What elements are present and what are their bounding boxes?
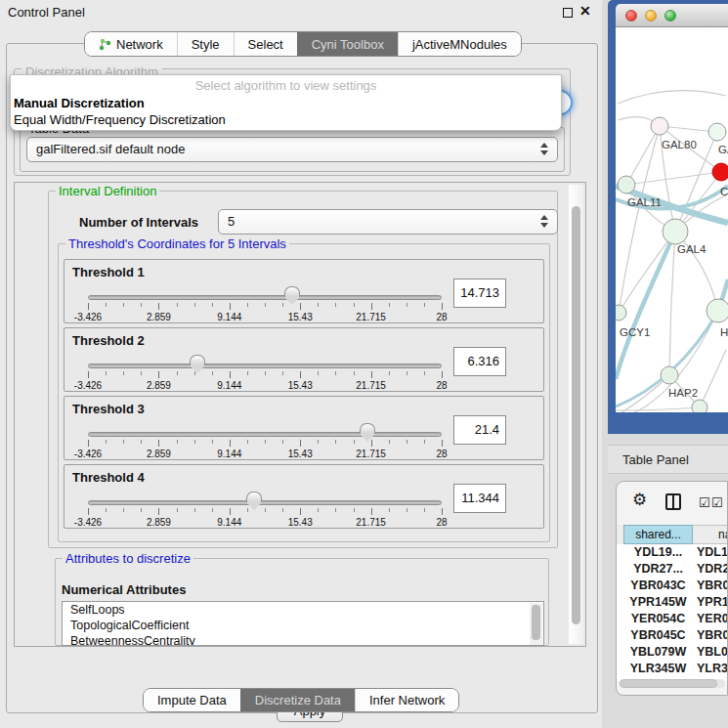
numerical-attributes-list[interactable]: SelfLoopsTopologicalCoefficientBetweenne… xyxy=(62,601,544,646)
table-row[interactable]: YDR27...YDR2 xyxy=(617,561,728,578)
tick-label: 28 xyxy=(436,312,447,322)
tick-mark xyxy=(371,303,372,310)
tick-label: 15.43 xyxy=(288,517,313,528)
tab-infer-network[interactable]: Infer Network xyxy=(355,689,458,711)
slider-ticks xyxy=(88,508,442,515)
algorithm-prompt: Select algorithm to view settings xyxy=(11,75,561,95)
table-hscrollbar[interactable] xyxy=(620,679,725,688)
threshold-slider[interactable]: -3.4262.8599.14415.4321.71528 xyxy=(88,420,442,459)
attributes-scrollbar[interactable] xyxy=(530,603,542,646)
table-row[interactable]: YER054CYER0 xyxy=(617,611,728,627)
node-table: ⚙ ☑ ☑ shared... na YDL19...YDL1YDR27...Y… xyxy=(616,481,728,696)
table-row[interactable]: YBR045CYBR0 xyxy=(617,627,728,644)
node-gal4[interactable] xyxy=(663,219,688,244)
cell-name[interactable]: YBL0 xyxy=(697,644,728,661)
algorithm-option[interactable]: Manual Discretization xyxy=(11,95,561,111)
table-row[interactable]: YBL079WYBL0 xyxy=(617,644,728,661)
network-view-window[interactable]: GAL80 GA C GAL11 GAL4 GCY1 H HAP2 xyxy=(608,0,728,434)
table-row[interactable]: YDL19...YDL1 xyxy=(617,544,728,561)
slider-track[interactable] xyxy=(88,432,442,437)
cell-shared-name[interactable]: YBR043C xyxy=(623,578,693,594)
cell-name[interactable]: YBR0 xyxy=(697,578,728,594)
checkbox-icon[interactable]: ☑ xyxy=(711,496,723,509)
tick-mark xyxy=(265,440,266,444)
threshold-slider[interactable]: -3.4262.8599.14415.4321.71528 xyxy=(88,489,442,528)
table-row[interactable]: YLR345WYLR3 xyxy=(617,661,728,677)
split-columns-icon[interactable] xyxy=(665,493,681,510)
table-row[interactable]: YBR043CYBR0 xyxy=(617,578,728,594)
table-panel-title: Table Panel xyxy=(622,452,689,467)
cell-name[interactable]: YPR1 xyxy=(697,594,728,611)
node-gcy1[interactable] xyxy=(616,305,626,321)
settings-scrollbar[interactable] xyxy=(569,185,583,644)
cell-shared-name[interactable]: YER054C xyxy=(623,611,693,627)
cell-name[interactable]: YLR3 xyxy=(697,661,728,677)
attribute-item[interactable]: TopologicalCoefficient xyxy=(63,618,543,633)
column-header-shared-name[interactable]: shared... xyxy=(623,525,693,544)
slider-thumb[interactable] xyxy=(190,355,205,365)
slider-track[interactable] xyxy=(88,295,442,300)
tab-select[interactable]: Select xyxy=(234,32,297,56)
tick-mark xyxy=(247,303,248,307)
column-header-name[interactable]: na xyxy=(693,525,728,544)
threshold-value[interactable]: 6.316 xyxy=(453,347,506,376)
attribute-item[interactable]: BetweennessCentrality xyxy=(63,633,543,646)
tab-impute-data[interactable]: Impute Data xyxy=(144,689,240,711)
node-gal11[interactable] xyxy=(618,176,635,193)
threshold-panel: Threshold 4-3.4262.8599.14415.4321.71528… xyxy=(64,464,544,529)
table-data-combo[interactable]: galFiltered.sif default node xyxy=(26,137,558,162)
checkbox-icon[interactable]: ☑ xyxy=(699,496,710,509)
attributes-group-title: Attributes to discretize xyxy=(63,551,193,566)
minimize-traffic-light-icon[interactable] xyxy=(645,10,657,21)
table-row[interactable]: YPR145WYPR1 xyxy=(617,594,728,611)
slider-thumb[interactable] xyxy=(360,423,375,434)
node-bottom[interactable] xyxy=(692,400,707,412)
algorithm-option[interactable]: Equal Width/Frequency Discretization xyxy=(11,111,561,128)
number-of-intervals-combo[interactable]: 5 xyxy=(218,209,558,235)
cell-name[interactable]: YER0 xyxy=(697,611,728,627)
tab-style[interactable]: Style xyxy=(177,32,234,56)
cell-name[interactable]: YBR0 xyxy=(697,627,728,644)
cell-shared-name[interactable]: YBL079W xyxy=(623,644,693,661)
close-traffic-light-icon[interactable] xyxy=(625,10,637,21)
network-window-titlebar[interactable] xyxy=(616,4,728,27)
cell-name[interactable]: YDL1 xyxy=(697,544,728,561)
tab-jactivemnodules[interactable]: jActiveMNodules xyxy=(398,32,521,56)
cell-shared-name[interactable]: YDL19... xyxy=(623,544,693,561)
slider-track[interactable] xyxy=(88,500,442,505)
slider-track[interactable] xyxy=(88,364,442,368)
attribute-item[interactable]: SelfLoops xyxy=(63,602,543,618)
cell-shared-name[interactable]: YDR27... xyxy=(623,561,693,578)
slider-thumb[interactable] xyxy=(246,492,262,502)
node-red-selected[interactable] xyxy=(712,163,728,181)
close-icon[interactable]: ✕ xyxy=(579,3,591,19)
threshold-slider[interactable]: -3.4262.8599.14415.4321.71528 xyxy=(88,283,442,322)
threshold-value[interactable]: 14.713 xyxy=(453,278,506,308)
node-ga[interactable] xyxy=(708,123,726,141)
threshold-value[interactable]: 21.4 xyxy=(453,415,506,445)
tick-mark xyxy=(389,440,390,444)
cell-shared-name[interactable]: YBR045C xyxy=(623,627,693,644)
node-gal80[interactable] xyxy=(651,117,668,135)
tab-label: Style xyxy=(192,37,220,52)
threshold-value[interactable]: 11.344 xyxy=(453,484,506,513)
tab-discretize-data[interactable]: Discretize Data xyxy=(240,689,355,711)
gear-icon[interactable]: ⚙ xyxy=(632,492,647,508)
tick-mark xyxy=(158,303,159,310)
tab-cyni-toolbox[interactable]: Cyni Toolbox xyxy=(297,32,398,56)
zoom-traffic-light-icon[interactable] xyxy=(664,10,676,21)
cell-name[interactable]: YDR2 xyxy=(697,561,728,578)
threshold-slider[interactable]: -3.4262.8599.14415.4321.71528 xyxy=(88,352,442,391)
network-canvas[interactable]: GAL80 GA C GAL11 GAL4 GCY1 H HAP2 xyxy=(616,27,728,412)
cell-shared-name[interactable]: YPR145W xyxy=(623,594,693,611)
tick-mark xyxy=(424,508,425,512)
cell-shared-name[interactable]: YLR345W xyxy=(623,661,693,677)
float-window-icon[interactable] xyxy=(563,8,573,18)
tab-label: Network xyxy=(116,37,163,52)
slider-thumb[interactable] xyxy=(284,286,300,297)
node-hap2[interactable] xyxy=(661,366,678,384)
network-nodes[interactable] xyxy=(616,117,728,412)
tick-mark xyxy=(371,371,372,378)
node-h[interactable] xyxy=(707,299,728,322)
tab-network[interactable]: Network xyxy=(85,32,177,56)
